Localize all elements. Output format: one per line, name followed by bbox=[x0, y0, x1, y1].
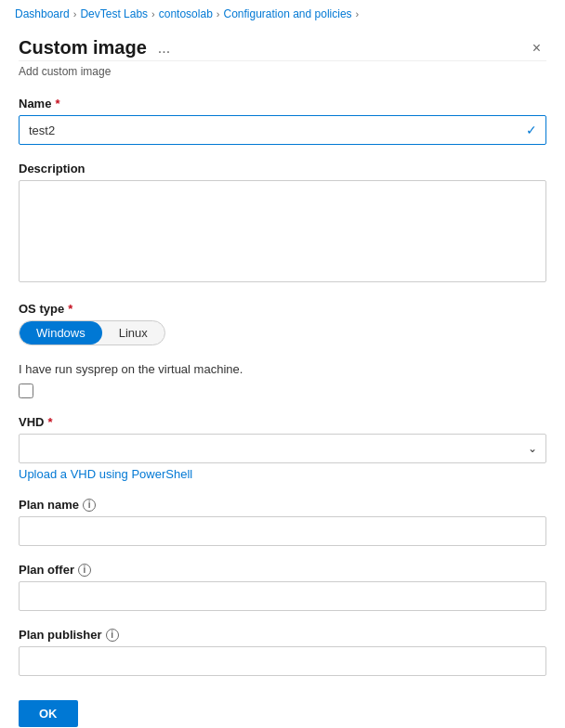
custom-image-panel: Custom image ... × Add custom image Name… bbox=[0, 26, 565, 728]
vhd-select-wrapper: ⌄ bbox=[19, 434, 546, 463]
plan-offer-field-group: Plan offer i bbox=[19, 563, 546, 611]
breadcrumb-sep-2: › bbox=[151, 8, 155, 20]
description-textarea[interactable] bbox=[19, 180, 546, 282]
sysprep-field-group: I have run sysprep on the virtual machin… bbox=[19, 362, 546, 398]
breadcrumb-config[interactable]: Configuration and policies bbox=[223, 7, 351, 20]
name-label: Name * bbox=[19, 97, 546, 110]
panel-title: Custom image bbox=[19, 37, 147, 58]
description-field-group: Description bbox=[19, 162, 546, 285]
vhd-field-group: VHD * ⌄ Upload a VHD using PowerShell bbox=[19, 415, 546, 481]
panel-subtitle: Add custom image bbox=[19, 65, 546, 78]
sysprep-label: I have run sysprep on the virtual machin… bbox=[19, 362, 546, 376]
plan-publisher-label: Plan publisher i bbox=[19, 628, 546, 642]
breadcrumb: Dashboard › DevTest Labs › contosolab › … bbox=[0, 0, 565, 26]
plan-offer-input[interactable] bbox=[19, 581, 546, 611]
panel-title-row: Custom image ... bbox=[19, 37, 174, 58]
breadcrumb-devtest[interactable]: DevTest Labs bbox=[80, 7, 148, 20]
plan-publisher-field-group: Plan publisher i bbox=[19, 628, 546, 676]
breadcrumb-sep-3: › bbox=[217, 8, 220, 20]
ok-button[interactable]: OK bbox=[19, 700, 78, 727]
plan-offer-info-icon[interactable]: i bbox=[78, 564, 91, 577]
ellipsis-button[interactable]: ... bbox=[154, 40, 174, 57]
breadcrumb-dashboard[interactable]: Dashboard bbox=[15, 7, 70, 20]
vhd-select[interactable] bbox=[19, 434, 546, 463]
os-type-toggle: Windows Linux bbox=[19, 320, 165, 345]
name-required-star: * bbox=[55, 97, 59, 110]
os-windows-button[interactable]: Windows bbox=[20, 321, 102, 344]
vhd-required-star: * bbox=[47, 415, 52, 429]
breadcrumb-contosolab[interactable]: contosolab bbox=[159, 7, 213, 20]
close-button[interactable]: × bbox=[527, 38, 546, 58]
plan-publisher-input[interactable] bbox=[19, 646, 546, 676]
plan-name-input[interactable] bbox=[19, 516, 546, 546]
os-type-required-star: * bbox=[68, 302, 72, 316]
breadcrumb-sep-1: › bbox=[73, 8, 77, 20]
name-input[interactable] bbox=[19, 115, 546, 145]
plan-offer-label: Plan offer i bbox=[19, 563, 546, 577]
description-label: Description bbox=[19, 162, 546, 176]
vhd-label: VHD * bbox=[19, 415, 546, 429]
os-type-field-group: OS type * Windows Linux bbox=[19, 302, 546, 345]
breadcrumb-sep-4: › bbox=[356, 8, 360, 20]
name-check-icon: ✓ bbox=[526, 123, 537, 137]
name-input-wrapper: ✓ bbox=[19, 115, 546, 145]
plan-publisher-info-icon[interactable]: i bbox=[106, 629, 119, 642]
sysprep-checkbox-row bbox=[19, 384, 546, 398]
panel-header: Custom image ... × bbox=[19, 26, 546, 61]
os-type-label: OS type * bbox=[19, 302, 546, 316]
upload-vhd-link[interactable]: Upload a VHD using PowerShell bbox=[19, 467, 192, 481]
plan-name-info-icon[interactable]: i bbox=[83, 499, 96, 512]
sysprep-checkbox[interactable] bbox=[19, 384, 33, 398]
plan-name-label: Plan name i bbox=[19, 498, 546, 512]
os-linux-button[interactable]: Linux bbox=[102, 321, 164, 344]
name-field-group: Name * ✓ bbox=[19, 97, 546, 145]
plan-name-field-group: Plan name i bbox=[19, 498, 546, 546]
